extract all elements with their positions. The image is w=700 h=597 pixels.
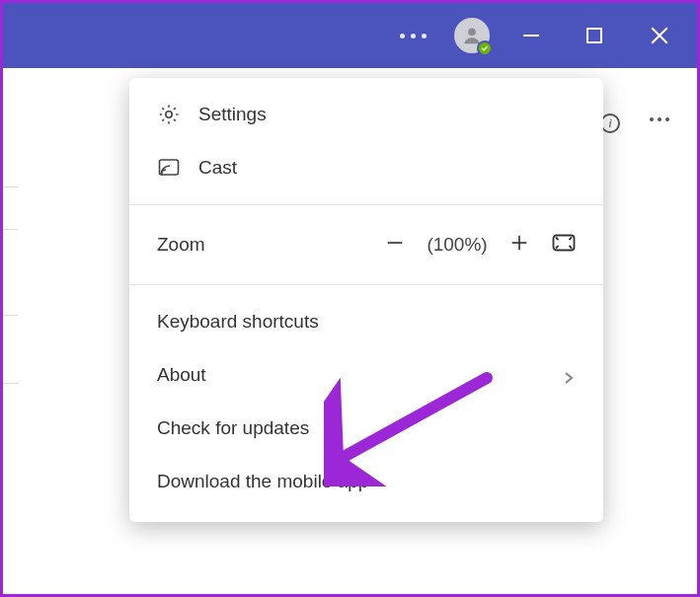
gear-icon [157, 103, 181, 126]
title-bar [3, 3, 697, 68]
overflow-menu-button[interactable] [650, 117, 669, 121]
download-mobile-app-menu-item[interactable]: Download the mobile app [129, 455, 603, 508]
svg-point-0 [468, 28, 476, 36]
zoom-control-row: Zoom (100%) [129, 215, 603, 274]
profile-avatar[interactable] [454, 18, 490, 53]
svg-point-3 [161, 173, 163, 175]
about-label: About [157, 364, 206, 386]
zoom-label: Zoom [157, 234, 205, 256]
info-icon[interactable]: i [600, 113, 620, 133]
close-button[interactable] [650, 26, 669, 45]
window-controls [523, 26, 669, 45]
cast-menu-item[interactable]: Cast [129, 141, 603, 194]
more-options-button[interactable] [400, 34, 427, 38]
fullscreen-button[interactable] [542, 234, 576, 257]
settings-label: Settings [198, 104, 267, 125]
background-stripe [3, 187, 18, 230]
settings-menu-item[interactable]: Settings [129, 88, 603, 141]
svg-point-1 [166, 112, 172, 117]
keyboard-shortcuts-menu-item[interactable]: Keyboard shortcuts [129, 295, 603, 348]
zoom-value: (100%) [418, 234, 497, 256]
minimize-button[interactable] [523, 35, 539, 37]
check-for-updates-menu-item[interactable]: Check for updates [129, 402, 603, 455]
menu-separator [129, 284, 603, 285]
download-mobile-label: Download the mobile app [157, 471, 368, 492]
zoom-in-button[interactable] [497, 232, 542, 259]
about-menu-item[interactable]: About [129, 348, 603, 402]
maximize-button[interactable] [586, 28, 602, 43]
menu-separator [129, 204, 603, 205]
info-glyph: i [608, 115, 612, 131]
chevron-right-icon [562, 368, 576, 382]
cast-icon [157, 156, 181, 180]
background-stripe [3, 315, 18, 384]
settings-dropdown-menu: Settings Cast Zoom (100%) [129, 78, 603, 522]
zoom-out-button[interactable] [372, 232, 418, 259]
keyboard-shortcuts-label: Keyboard shortcuts [157, 311, 319, 333]
presence-badge-available-icon [477, 40, 493, 56]
cast-label: Cast [198, 157, 237, 179]
window-frame: i Settings Cast [0, 0, 700, 597]
check-for-updates-label: Check for updates [157, 417, 309, 439]
